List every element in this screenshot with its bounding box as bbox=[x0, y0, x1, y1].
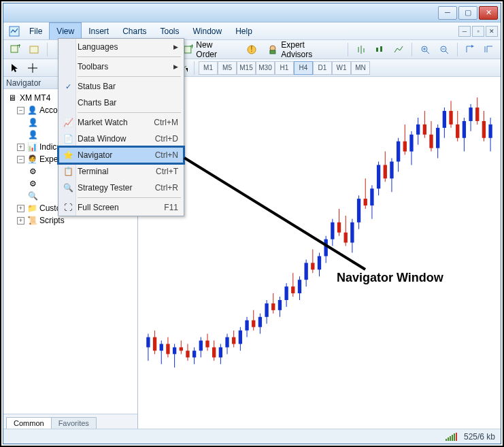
autotrading-icon[interactable]: ! bbox=[244, 42, 259, 57]
menu-marketwatch[interactable]: 📈Market WatchCtrl+M bbox=[58, 114, 184, 131]
svg-rect-113 bbox=[423, 125, 426, 135]
svg-text:!: ! bbox=[250, 44, 252, 54]
mdi-minimize[interactable]: ─ bbox=[458, 26, 471, 37]
svg-rect-69 bbox=[278, 300, 282, 310]
menu-insert[interactable]: Insert bbox=[82, 22, 116, 39]
svg-rect-57 bbox=[239, 331, 242, 344]
svg-rect-29 bbox=[146, 337, 150, 348]
expert-icon: ⚙ bbox=[28, 179, 37, 188]
tf-m15[interactable]: M15 bbox=[237, 61, 256, 75]
svg-rect-41 bbox=[186, 350, 189, 357]
svg-rect-103 bbox=[390, 161, 393, 178]
expand-icon[interactable]: − bbox=[17, 107, 24, 114]
tf-m1[interactable]: M1 bbox=[199, 61, 218, 75]
svg-rect-111 bbox=[416, 125, 420, 135]
app-icon bbox=[6, 22, 22, 39]
minimize-btn[interactable]: ─ bbox=[438, 6, 457, 20]
fullscreen-icon: ⛶ bbox=[61, 203, 75, 212]
svg-rect-37 bbox=[173, 347, 176, 354]
expand-icon[interactable]: + bbox=[17, 144, 24, 151]
svg-rect-133 bbox=[488, 125, 492, 138]
crosshair-icon[interactable] bbox=[25, 61, 40, 76]
menu-view[interactable]: View bbox=[49, 22, 82, 39]
new-order-button[interactable]: + New Order bbox=[178, 38, 240, 61]
svg-rect-123 bbox=[456, 125, 459, 138]
zoom-in-icon[interactable] bbox=[418, 42, 433, 57]
menu-chartsbar[interactable]: Charts Bar bbox=[58, 95, 184, 111]
svg-rect-119 bbox=[443, 111, 446, 128]
new-chart-icon[interactable]: + bbox=[7, 42, 22, 57]
svg-rect-107 bbox=[403, 142, 407, 152]
menu-charts[interactable]: Charts bbox=[116, 22, 153, 39]
svg-rect-63 bbox=[258, 317, 262, 327]
menu-fullscreen[interactable]: ⛶Full ScreenF11 bbox=[58, 199, 184, 216]
expert-advisors-button[interactable]: Expert Advisors bbox=[263, 38, 341, 61]
mdi-close[interactable]: ✕ bbox=[486, 26, 498, 37]
svg-rect-35 bbox=[166, 344, 169, 354]
tf-w1[interactable]: W1 bbox=[332, 61, 351, 75]
tf-m30[interactable]: M30 bbox=[256, 61, 275, 75]
svg-line-20 bbox=[446, 51, 448, 54]
svg-text:+: + bbox=[17, 44, 20, 50]
zoom-out-icon[interactable] bbox=[437, 42, 452, 57]
tf-m5[interactable]: M5 bbox=[218, 61, 237, 75]
menu-window[interactable]: Window bbox=[186, 22, 229, 39]
view-menu-dropdown: Languages▶ Toolbars▶ ✓Status Bar Charts … bbox=[58, 38, 184, 216]
svg-rect-65 bbox=[265, 303, 268, 317]
menu-help[interactable]: Help bbox=[229, 22, 259, 39]
svg-rect-61 bbox=[252, 320, 255, 327]
expand-icon[interactable]: + bbox=[17, 217, 24, 225]
menu-toolbars[interactable]: Toolbars▶ bbox=[58, 59, 184, 75]
svg-rect-9 bbox=[270, 50, 275, 53]
menu-tools[interactable]: Tools bbox=[154, 22, 186, 39]
terminal-icon: 🖥 bbox=[7, 93, 17, 103]
svg-rect-71 bbox=[284, 286, 288, 300]
menu-strategytester[interactable]: 🔍Strategy TesterCtrl+R bbox=[58, 180, 184, 196]
tf-h1[interactable]: H1 bbox=[275, 61, 294, 75]
svg-rect-3 bbox=[30, 46, 38, 53]
menu-file[interactable]: File bbox=[22, 22, 49, 39]
close-btn[interactable]: ✕ bbox=[479, 6, 498, 20]
account-icon: 👤 bbox=[28, 118, 37, 127]
nav-tab-common[interactable]: Common bbox=[6, 417, 52, 429]
svg-rect-59 bbox=[245, 320, 248, 331]
tf-d1[interactable]: D1 bbox=[313, 61, 332, 75]
scripts-icon: 📜 bbox=[27, 216, 37, 225]
svg-rect-13 bbox=[376, 48, 378, 52]
svg-rect-127 bbox=[469, 107, 472, 121]
status-traffic: 525/6 kb bbox=[464, 432, 495, 442]
custom-folder-icon: 📁 bbox=[27, 203, 37, 213]
tf-h4[interactable]: H4 bbox=[294, 61, 313, 75]
cursor-icon[interactable] bbox=[7, 61, 22, 76]
svg-rect-31 bbox=[153, 337, 156, 351]
maximize-btn[interactable]: ▢ bbox=[458, 6, 477, 20]
svg-rect-131 bbox=[482, 121, 486, 138]
svg-rect-49 bbox=[212, 347, 216, 357]
svg-rect-45 bbox=[199, 341, 203, 351]
menu-statusbar[interactable]: ✓Status Bar bbox=[58, 78, 184, 95]
mdi-restore[interactable]: ▫ bbox=[472, 26, 484, 37]
profiles-icon[interactable] bbox=[27, 42, 41, 57]
tree-scripts[interactable]: Scripts bbox=[39, 216, 65, 225]
svg-rect-67 bbox=[271, 303, 275, 310]
menu-languages[interactable]: Languages▶ bbox=[58, 39, 184, 55]
annotation-text: Navigator Window bbox=[337, 271, 443, 285]
svg-rect-129 bbox=[475, 107, 479, 121]
tf-mn[interactable]: MN bbox=[351, 61, 370, 75]
nav-tab-favorites[interactable]: Favorites bbox=[51, 417, 97, 429]
svg-rect-33 bbox=[160, 344, 163, 351]
menu-terminal[interactable]: 📋TerminalCtrl+T bbox=[58, 163, 184, 180]
autoscroll-icon[interactable] bbox=[463, 42, 478, 57]
expand-icon[interactable]: − bbox=[17, 156, 24, 163]
svg-rect-51 bbox=[219, 347, 222, 357]
menu-datawindow[interactable]: 📄Data WindowCtrl+D bbox=[58, 131, 184, 147]
menu-navigator[interactable]: ⭐NavigatorCtrl+N bbox=[58, 147, 184, 163]
tree-root[interactable]: XM MT4 bbox=[20, 93, 50, 103]
bar-chart-icon[interactable] bbox=[354, 42, 369, 57]
candle-chart-icon[interactable] bbox=[372, 42, 387, 57]
shift-icon[interactable] bbox=[482, 42, 497, 57]
accounts-icon: 👤 bbox=[27, 105, 37, 115]
svg-rect-53 bbox=[225, 337, 229, 348]
line-chart-icon[interactable] bbox=[391, 42, 406, 57]
expand-icon[interactable]: + bbox=[17, 205, 24, 212]
